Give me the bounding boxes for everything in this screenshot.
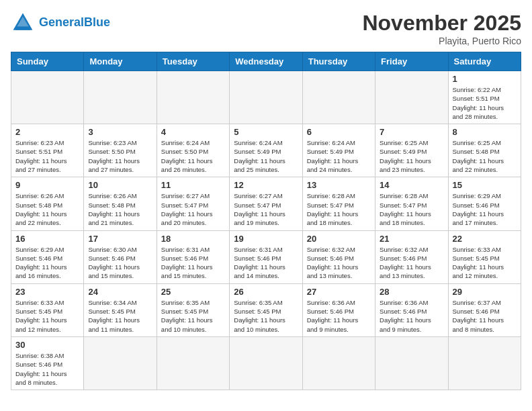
calendar-row-1: 1Sunrise: 6:22 AM Sunset: 5:51 PM Daylig… (11, 71, 521, 124)
day-info: Sunrise: 6:27 AM Sunset: 5:47 PM Dayligh… (234, 191, 298, 227)
day-number: 12 (234, 180, 298, 190)
calendar-cell: 15Sunrise: 6:29 AM Sunset: 5:46 PM Dayli… (448, 177, 521, 230)
day-number: 23 (15, 287, 79, 297)
day-info: Sunrise: 6:31 AM Sunset: 5:46 PM Dayligh… (161, 245, 225, 281)
calendar-cell (230, 336, 302, 390)
calendar-cell: 2Sunrise: 6:23 AM Sunset: 5:51 PM Daylig… (11, 124, 84, 177)
weekday-header-friday: Friday (375, 52, 448, 71)
calendar-cell: 28Sunrise: 6:36 AM Sunset: 5:46 PM Dayli… (375, 283, 448, 336)
calendar-cell (302, 71, 375, 124)
calendar-cell: 7Sunrise: 6:25 AM Sunset: 5:49 PM Daylig… (375, 124, 448, 177)
day-info: Sunrise: 6:28 AM Sunset: 5:47 PM Dayligh… (380, 191, 443, 227)
calendar-cell (448, 336, 521, 390)
calendar-cell (11, 71, 84, 124)
location: Playita, Puerto Rico (362, 36, 521, 46)
calendar-cell: 19Sunrise: 6:31 AM Sunset: 5:46 PM Dayli… (230, 230, 302, 283)
day-info: Sunrise: 6:37 AM Sunset: 5:46 PM Dayligh… (453, 298, 517, 334)
day-number: 7 (380, 127, 443, 137)
logo-blue: Blue (84, 15, 110, 29)
day-info: Sunrise: 6:24 AM Sunset: 5:49 PM Dayligh… (307, 138, 371, 174)
calendar-cell: 10Sunrise: 6:26 AM Sunset: 5:48 PM Dayli… (84, 177, 157, 230)
day-info: Sunrise: 6:33 AM Sunset: 5:45 PM Dayligh… (453, 245, 517, 281)
day-number: 27 (307, 287, 371, 297)
day-info: Sunrise: 6:38 AM Sunset: 5:46 PM Dayligh… (15, 351, 79, 387)
day-number: 25 (161, 287, 225, 297)
day-number: 14 (380, 180, 443, 190)
day-number: 19 (234, 234, 298, 244)
page-header: GeneralBlue November 2025 Playita, Puert… (11, 11, 521, 46)
day-info: Sunrise: 6:35 AM Sunset: 5:45 PM Dayligh… (234, 298, 298, 334)
day-info: Sunrise: 6:27 AM Sunset: 5:47 PM Dayligh… (161, 191, 225, 227)
day-number: 20 (307, 234, 371, 244)
weekday-header-thursday: Thursday (302, 52, 375, 71)
calendar-cell: 9Sunrise: 6:26 AM Sunset: 5:48 PM Daylig… (11, 177, 84, 230)
calendar-row-2: 2Sunrise: 6:23 AM Sunset: 5:51 PM Daylig… (11, 124, 521, 177)
calendar-cell: 30Sunrise: 6:38 AM Sunset: 5:46 PM Dayli… (11, 336, 84, 390)
calendar-cell: 6Sunrise: 6:24 AM Sunset: 5:49 PM Daylig… (302, 124, 375, 177)
logo-icon (11, 11, 35, 35)
day-number: 11 (161, 180, 225, 190)
day-info: Sunrise: 6:33 AM Sunset: 5:45 PM Dayligh… (15, 298, 79, 334)
calendar-cell: 23Sunrise: 6:33 AM Sunset: 5:45 PM Dayli… (11, 283, 84, 336)
calendar-cell: 14Sunrise: 6:28 AM Sunset: 5:47 PM Dayli… (375, 177, 448, 230)
calendar-cell: 17Sunrise: 6:30 AM Sunset: 5:46 PM Dayli… (84, 230, 157, 283)
calendar-cell: 8Sunrise: 6:25 AM Sunset: 5:48 PM Daylig… (448, 124, 521, 177)
day-info: Sunrise: 6:35 AM Sunset: 5:45 PM Dayligh… (161, 298, 225, 334)
calendar-cell (302, 336, 375, 390)
calendar-cell: 5Sunrise: 6:24 AM Sunset: 5:49 PM Daylig… (230, 124, 302, 177)
day-number: 16 (15, 234, 79, 244)
calendar-cell: 27Sunrise: 6:36 AM Sunset: 5:46 PM Dayli… (302, 283, 375, 336)
day-info: Sunrise: 6:29 AM Sunset: 5:46 PM Dayligh… (453, 191, 517, 227)
day-info: Sunrise: 6:26 AM Sunset: 5:48 PM Dayligh… (88, 191, 152, 227)
calendar-cell: 20Sunrise: 6:32 AM Sunset: 5:46 PM Dayli… (302, 230, 375, 283)
day-info: Sunrise: 6:22 AM Sunset: 5:51 PM Dayligh… (453, 85, 517, 121)
day-number: 28 (380, 287, 443, 297)
calendar-cell (230, 71, 302, 124)
day-number: 6 (307, 127, 371, 137)
day-info: Sunrise: 6:23 AM Sunset: 5:50 PM Dayligh… (88, 138, 152, 174)
day-number: 8 (453, 127, 517, 137)
day-number: 26 (234, 287, 298, 297)
day-info: Sunrise: 6:29 AM Sunset: 5:46 PM Dayligh… (15, 245, 79, 281)
day-number: 21 (380, 234, 443, 244)
calendar-cell: 29Sunrise: 6:37 AM Sunset: 5:46 PM Dayli… (448, 283, 521, 336)
day-number: 5 (234, 127, 298, 137)
day-info: Sunrise: 6:36 AM Sunset: 5:46 PM Dayligh… (380, 298, 443, 334)
calendar: SundayMondayTuesdayWednesdayThursdayFrid… (11, 52, 521, 390)
calendar-cell: 12Sunrise: 6:27 AM Sunset: 5:47 PM Dayli… (230, 177, 302, 230)
day-info: Sunrise: 6:32 AM Sunset: 5:46 PM Dayligh… (307, 245, 371, 281)
day-number: 10 (88, 180, 152, 190)
calendar-cell: 18Sunrise: 6:31 AM Sunset: 5:46 PM Dayli… (157, 230, 229, 283)
day-number: 2 (15, 127, 79, 137)
day-number: 3 (88, 127, 152, 137)
day-info: Sunrise: 6:25 AM Sunset: 5:48 PM Dayligh… (453, 138, 517, 174)
day-info: Sunrise: 6:23 AM Sunset: 5:51 PM Dayligh… (15, 138, 79, 174)
calendar-cell (375, 71, 448, 124)
calendar-cell: 25Sunrise: 6:35 AM Sunset: 5:45 PM Dayli… (157, 283, 229, 336)
day-info: Sunrise: 6:26 AM Sunset: 5:48 PM Dayligh… (15, 191, 79, 227)
calendar-cell (84, 336, 157, 390)
weekday-header-row: SundayMondayTuesdayWednesdayThursdayFrid… (11, 52, 521, 71)
logo: GeneralBlue (11, 11, 110, 35)
day-number: 24 (88, 287, 152, 297)
calendar-cell (157, 336, 229, 390)
weekday-header-tuesday: Tuesday (157, 52, 229, 71)
day-number: 17 (88, 234, 152, 244)
day-number: 13 (307, 180, 371, 190)
day-number: 22 (453, 234, 517, 244)
day-info: Sunrise: 6:24 AM Sunset: 5:50 PM Dayligh… (161, 138, 225, 174)
day-number: 18 (161, 234, 225, 244)
calendar-cell: 22Sunrise: 6:33 AM Sunset: 5:45 PM Dayli… (448, 230, 521, 283)
calendar-row-6: 30Sunrise: 6:38 AM Sunset: 5:46 PM Dayli… (11, 336, 521, 390)
weekday-header-monday: Monday (84, 52, 157, 71)
calendar-row-3: 9Sunrise: 6:26 AM Sunset: 5:48 PM Daylig… (11, 177, 521, 230)
weekday-header-saturday: Saturday (448, 52, 521, 71)
month-title: November 2025 (362, 11, 521, 36)
calendar-cell: 13Sunrise: 6:28 AM Sunset: 5:47 PM Dayli… (302, 177, 375, 230)
day-number: 1 (453, 74, 517, 84)
day-number: 29 (453, 287, 517, 297)
logo-general: General (39, 15, 84, 29)
calendar-cell (157, 71, 229, 124)
calendar-cell (84, 71, 157, 124)
calendar-row-4: 16Sunrise: 6:29 AM Sunset: 5:46 PM Dayli… (11, 230, 521, 283)
